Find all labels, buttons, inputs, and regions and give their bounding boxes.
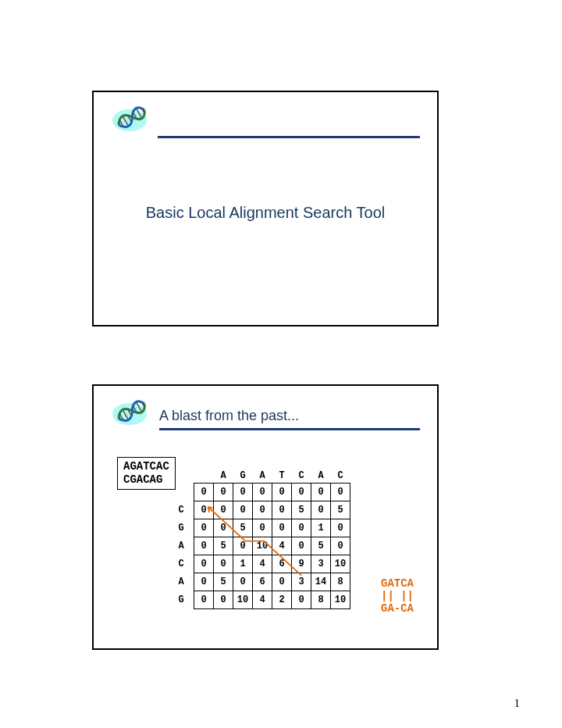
slide-2: A blast from the past... AGATCAC CGACAG … (92, 384, 439, 650)
align-bars: || || (381, 590, 414, 602)
matrix-cell: 0 (272, 519, 292, 537)
svg-point-7 (112, 403, 147, 425)
matrix-cell: 0 (272, 501, 292, 519)
col-header: A (253, 469, 272, 484)
sequence-1: AGATCAC (123, 460, 169, 473)
matrix-cell: 2 (272, 591, 292, 609)
matrix-cell: 1 (311, 519, 331, 537)
matrix-cell: 0 (331, 484, 350, 501)
matrix-cell: 5 (214, 537, 233, 555)
slide-subtitle: A blast from the past... (159, 408, 299, 424)
matrix-cell: 3 (311, 555, 331, 573)
alignment-block: GATCA || || GA-CA (381, 577, 414, 615)
matrix-cell: 0 (253, 484, 272, 501)
matrix-cell: 0 (194, 484, 214, 501)
matrix-cell: 10 (253, 537, 272, 555)
matrix-cell: 0 (233, 537, 253, 555)
matrix-cell: 0 (194, 501, 214, 519)
matrix-cell: 4 (253, 555, 272, 573)
matrix-cell: 0 (292, 519, 311, 537)
matrix-cell: 0 (292, 591, 311, 609)
matrix-cell: 9 (292, 555, 311, 573)
row-header (172, 484, 194, 501)
matrix-cell: 0 (233, 501, 253, 519)
matrix-cell: 1 (233, 555, 253, 573)
sequence-box: AGATCAC CGACAG (117, 457, 176, 490)
matrix-cell: 0 (214, 519, 233, 537)
matrix-cell: 0 (272, 484, 292, 501)
matrix-cell: 0 (253, 501, 272, 519)
divider (158, 136, 420, 138)
dna-icon (109, 395, 150, 430)
dna-icon (109, 102, 150, 136)
row-header: G (172, 519, 194, 537)
matrix-cell: 0 (194, 573, 214, 591)
sequence-2: CGACAG (123, 473, 169, 487)
matrix-cell: 0 (214, 484, 233, 501)
col-header: C (331, 469, 350, 484)
matrix-cell: 5 (292, 501, 311, 519)
matrix-cell: 4 (272, 537, 292, 555)
matrix-cell: 0 (233, 573, 253, 591)
matrix-cell: 10 (331, 591, 350, 609)
svg-point-0 (112, 109, 147, 131)
matrix-cell: 3 (292, 573, 311, 591)
matrix-cell: 8 (311, 591, 331, 609)
row-header: C (172, 555, 194, 573)
matrix-cell: 8 (331, 573, 350, 591)
matrix-cell: 0 (253, 519, 272, 537)
align-line1: GATCA (381, 577, 414, 590)
matrix-cell: 10 (331, 555, 350, 573)
matrix-cell: 0 (292, 537, 311, 555)
matrix-cell: 0 (331, 519, 350, 537)
col-header: G (233, 469, 253, 484)
matrix-cell: 14 (311, 573, 331, 591)
matrix-cell: 4 (253, 591, 272, 609)
matrix-cell: 10 (233, 591, 253, 609)
matrix-cell: 0 (311, 501, 331, 519)
matrix-cell: 0 (214, 555, 233, 573)
page-number: 1 (514, 697, 521, 710)
matrix-cell: 0 (194, 537, 214, 555)
align-line2: GA-CA (381, 602, 414, 615)
row-header: A (172, 573, 194, 591)
slide-1: Basic Local Alignment Search Tool (92, 91, 439, 327)
matrix-cell: 0 (233, 484, 253, 501)
slide-title: Basic Local Alignment Search Tool (94, 204, 437, 222)
col-header: A (214, 469, 233, 484)
row-header: C (172, 501, 194, 519)
matrix-cell: 0 (194, 591, 214, 609)
col-header: T (272, 469, 292, 484)
col-header: C (292, 469, 311, 484)
matrix-cell: 0 (272, 573, 292, 591)
matrix-cell: 0 (214, 591, 233, 609)
matrix-cell: 0 (292, 484, 311, 501)
matrix-cell: 5 (214, 573, 233, 591)
matrix-cell: 5 (331, 501, 350, 519)
col-header: A (311, 469, 331, 484)
divider (159, 428, 420, 430)
matrix-cell: 6 (272, 555, 292, 573)
matrix-cell: 5 (311, 537, 331, 555)
matrix-cell: 0 (311, 484, 331, 501)
matrix-cell: 5 (233, 519, 253, 537)
dp-matrix: AGATCAC00000000C00000505G00500010A050104… (172, 469, 350, 609)
matrix-cell: 0 (214, 501, 233, 519)
matrix-cell: 0 (194, 519, 214, 537)
matrix-cell: 6 (253, 573, 272, 591)
matrix-cell: 0 (194, 555, 214, 573)
row-header: A (172, 537, 194, 555)
row-header: G (172, 591, 194, 609)
matrix-cell: 0 (331, 537, 350, 555)
